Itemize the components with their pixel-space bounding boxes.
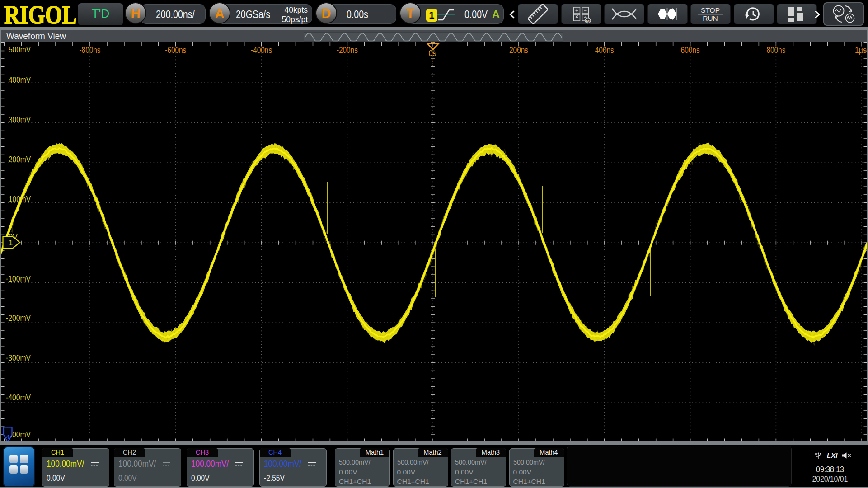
svg-text:-100mV: -100mV xyxy=(6,274,31,283)
svg-text:-800ns: -800ns xyxy=(80,46,101,55)
svg-text:400mV: 400mV xyxy=(9,75,31,84)
svg-text:-300mV: -300mV xyxy=(6,353,31,362)
svg-text:M: M xyxy=(586,19,590,23)
svg-text:4: 4 xyxy=(6,433,9,441)
svg-text:LXI: LXI xyxy=(827,451,838,459)
svg-text:RUN: RUN xyxy=(703,14,718,22)
svg-text:-600ns: -600ns xyxy=(165,46,186,55)
svg-text:-200mV: -200mV xyxy=(6,314,31,323)
svg-text:600ns: 600ns xyxy=(681,46,700,55)
svg-text:300mV: 300mV xyxy=(9,115,31,124)
svg-text:200ns: 200ns xyxy=(509,46,528,55)
svg-text:0s: 0s xyxy=(429,49,436,58)
svg-text:1µs: 1µs xyxy=(855,46,867,55)
svg-text:1: 1 xyxy=(9,239,13,247)
svg-text:STOP: STOP xyxy=(701,6,720,14)
svg-text:500mV: 500mV xyxy=(9,45,31,54)
svg-text:-400mV: -400mV xyxy=(6,393,31,402)
svg-text:100mV: 100mV xyxy=(9,195,31,204)
svg-text:200mV: 200mV xyxy=(9,155,31,164)
svg-text:400ns: 400ns xyxy=(595,46,614,55)
svg-text:800ns: 800ns xyxy=(766,46,785,55)
svg-text:-200ns: -200ns xyxy=(337,46,358,55)
svg-text:-400ns: -400ns xyxy=(251,46,272,55)
